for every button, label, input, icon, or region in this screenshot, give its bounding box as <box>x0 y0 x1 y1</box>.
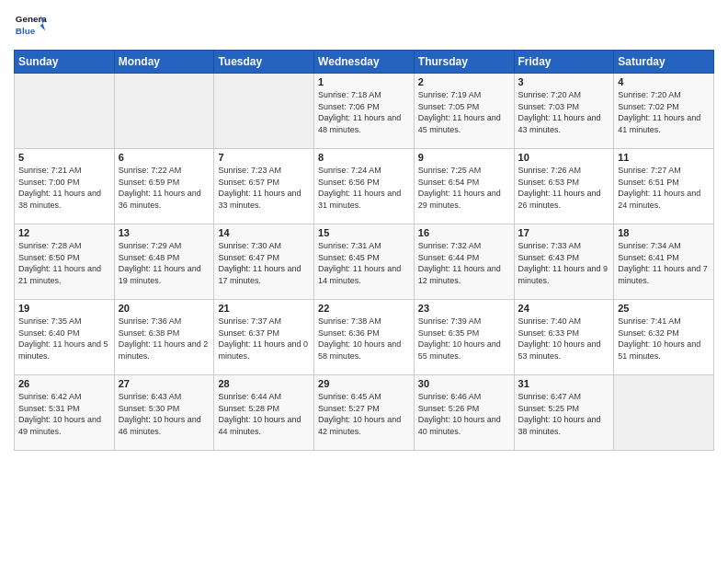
calendar-cell: 11Sunrise: 7:27 AM Sunset: 6:51 PM Dayli… <box>614 149 714 224</box>
calendar-cell: 4Sunrise: 7:20 AM Sunset: 7:02 PM Daylig… <box>614 74 714 149</box>
calendar-cell: 9Sunrise: 7:25 AM Sunset: 6:54 PM Daylig… <box>414 149 514 224</box>
day-number: 4 <box>618 76 710 87</box>
calendar-cell: 15Sunrise: 7:31 AM Sunset: 6:45 PM Dayli… <box>314 224 415 300</box>
day-number: 15 <box>318 227 410 238</box>
calendar-cell: 23Sunrise: 7:39 AM Sunset: 6:35 PM Dayli… <box>414 300 514 375</box>
cell-content: Sunrise: 7:38 AM Sunset: 6:36 PM Dayligh… <box>318 316 410 362</box>
day-number: 29 <box>318 378 410 389</box>
week-row-3: 12Sunrise: 7:28 AM Sunset: 6:50 PM Dayli… <box>15 224 714 300</box>
day-number: 13 <box>119 227 210 238</box>
day-number: 8 <box>318 152 410 163</box>
calendar-cell: 18Sunrise: 7:34 AM Sunset: 6:41 PM Dayli… <box>614 224 714 300</box>
cell-content: Sunrise: 7:20 AM Sunset: 7:02 PM Dayligh… <box>618 89 710 135</box>
svg-text:Blue: Blue <box>16 26 36 36</box>
calendar-cell <box>114 74 214 149</box>
calendar-cell: 31Sunrise: 6:47 AM Sunset: 5:25 PM Dayli… <box>514 375 614 451</box>
day-number: 22 <box>318 303 410 314</box>
cell-content: Sunrise: 6:47 AM Sunset: 5:25 PM Dayligh… <box>518 391 610 437</box>
cell-content: Sunrise: 7:41 AM Sunset: 6:32 PM Dayligh… <box>618 316 710 362</box>
calendar-cell: 22Sunrise: 7:38 AM Sunset: 6:36 PM Dayli… <box>314 300 415 375</box>
day-number: 19 <box>18 303 110 314</box>
cell-content: Sunrise: 7:36 AM Sunset: 6:38 PM Dayligh… <box>119 316 210 362</box>
cell-content: Sunrise: 7:26 AM Sunset: 6:53 PM Dayligh… <box>518 165 610 211</box>
calendar-cell: 21Sunrise: 7:37 AM Sunset: 6:37 PM Dayli… <box>214 300 314 375</box>
week-row-4: 19Sunrise: 7:35 AM Sunset: 6:40 PM Dayli… <box>15 300 714 375</box>
logo-icon: General Blue <box>14 9 47 42</box>
cell-content: Sunrise: 7:34 AM Sunset: 6:41 PM Dayligh… <box>618 240 710 286</box>
calendar-cell: 14Sunrise: 7:30 AM Sunset: 6:47 PM Dayli… <box>214 224 314 300</box>
cell-content: Sunrise: 6:42 AM Sunset: 5:31 PM Dayligh… <box>18 391 110 437</box>
calendar-cell: 25Sunrise: 7:41 AM Sunset: 6:32 PM Dayli… <box>614 300 714 375</box>
day-number: 11 <box>618 152 710 163</box>
calendar-cell: 2Sunrise: 7:19 AM Sunset: 7:05 PM Daylig… <box>414 74 514 149</box>
weekday-header-thursday: Thursday <box>414 51 514 74</box>
calendar-cell: 16Sunrise: 7:32 AM Sunset: 6:44 PM Dayli… <box>414 224 514 300</box>
calendar-cell: 6Sunrise: 7:22 AM Sunset: 6:59 PM Daylig… <box>114 149 214 224</box>
day-number: 31 <box>518 378 610 389</box>
weekday-header-friday: Friday <box>514 51 614 74</box>
calendar-cell: 30Sunrise: 6:46 AM Sunset: 5:26 PM Dayli… <box>414 375 514 451</box>
cell-content: Sunrise: 7:19 AM Sunset: 7:05 PM Dayligh… <box>418 89 510 135</box>
day-number: 5 <box>18 152 110 163</box>
cell-content: Sunrise: 7:37 AM Sunset: 6:37 PM Dayligh… <box>218 316 310 362</box>
day-number: 16 <box>418 227 510 238</box>
calendar-cell: 12Sunrise: 7:28 AM Sunset: 6:50 PM Dayli… <box>15 224 115 300</box>
day-number: 14 <box>218 227 310 238</box>
cell-content: Sunrise: 7:39 AM Sunset: 6:35 PM Dayligh… <box>418 316 510 362</box>
day-number: 24 <box>518 303 610 314</box>
calendar-cell: 5Sunrise: 7:21 AM Sunset: 7:00 PM Daylig… <box>15 149 115 224</box>
calendar-table: SundayMondayTuesdayWednesdayThursdayFrid… <box>14 50 714 451</box>
cell-content: Sunrise: 7:28 AM Sunset: 6:50 PM Dayligh… <box>18 240 110 286</box>
weekday-header-saturday: Saturday <box>614 51 714 74</box>
day-number: 12 <box>18 227 110 238</box>
calendar-cell: 8Sunrise: 7:24 AM Sunset: 6:56 PM Daylig… <box>314 149 415 224</box>
cell-content: Sunrise: 7:32 AM Sunset: 6:44 PM Dayligh… <box>418 240 510 286</box>
cell-content: Sunrise: 7:40 AM Sunset: 6:33 PM Dayligh… <box>518 316 610 362</box>
day-number: 27 <box>119 378 210 389</box>
calendar-cell: 10Sunrise: 7:26 AM Sunset: 6:53 PM Dayli… <box>514 149 614 224</box>
cell-content: Sunrise: 6:43 AM Sunset: 5:30 PM Dayligh… <box>119 391 210 437</box>
day-number: 17 <box>518 227 610 238</box>
week-row-1: 1Sunrise: 7:18 AM Sunset: 7:06 PM Daylig… <box>15 74 714 149</box>
week-row-2: 5Sunrise: 7:21 AM Sunset: 7:00 PM Daylig… <box>15 149 714 224</box>
calendar-cell: 20Sunrise: 7:36 AM Sunset: 6:38 PM Dayli… <box>114 300 214 375</box>
week-row-5: 26Sunrise: 6:42 AM Sunset: 5:31 PM Dayli… <box>15 375 714 451</box>
calendar-cell: 3Sunrise: 7:20 AM Sunset: 7:03 PM Daylig… <box>514 74 614 149</box>
weekday-header-wednesday: Wednesday <box>314 51 415 74</box>
cell-content: Sunrise: 7:21 AM Sunset: 7:00 PM Dayligh… <box>18 165 110 211</box>
calendar-cell <box>214 74 314 149</box>
calendar-cell: 28Sunrise: 6:44 AM Sunset: 5:28 PM Dayli… <box>214 375 314 451</box>
day-number: 7 <box>218 152 310 163</box>
day-number: 30 <box>418 378 510 389</box>
day-number: 25 <box>618 303 710 314</box>
logo: General Blue <box>14 9 47 42</box>
cell-content: Sunrise: 7:25 AM Sunset: 6:54 PM Dayligh… <box>418 165 510 211</box>
day-number: 2 <box>418 76 510 87</box>
weekday-header-row: SundayMondayTuesdayWednesdayThursdayFrid… <box>15 51 714 74</box>
day-number: 26 <box>18 378 110 389</box>
calendar-cell: 13Sunrise: 7:29 AM Sunset: 6:48 PM Dayli… <box>114 224 214 300</box>
cell-content: Sunrise: 7:29 AM Sunset: 6:48 PM Dayligh… <box>119 240 210 286</box>
cell-content: Sunrise: 6:45 AM Sunset: 5:27 PM Dayligh… <box>318 391 410 437</box>
day-number: 21 <box>218 303 310 314</box>
cell-content: Sunrise: 7:35 AM Sunset: 6:40 PM Dayligh… <box>18 316 110 362</box>
calendar-cell <box>15 74 115 149</box>
cell-content: Sunrise: 7:20 AM Sunset: 7:03 PM Dayligh… <box>518 89 610 135</box>
cell-content: Sunrise: 7:27 AM Sunset: 6:51 PM Dayligh… <box>618 165 710 211</box>
day-number: 1 <box>318 76 410 87</box>
calendar-cell: 1Sunrise: 7:18 AM Sunset: 7:06 PM Daylig… <box>314 74 415 149</box>
day-number: 20 <box>119 303 210 314</box>
page: General Blue SundayMondayTuesdayWednesda… <box>0 0 728 563</box>
day-number: 6 <box>119 152 210 163</box>
cell-content: Sunrise: 7:18 AM Sunset: 7:06 PM Dayligh… <box>318 89 410 135</box>
day-number: 9 <box>418 152 510 163</box>
cell-content: Sunrise: 6:44 AM Sunset: 5:28 PM Dayligh… <box>218 391 310 437</box>
calendar-cell: 17Sunrise: 7:33 AM Sunset: 6:43 PM Dayli… <box>514 224 614 300</box>
weekday-header-tuesday: Tuesday <box>214 51 314 74</box>
cell-content: Sunrise: 7:23 AM Sunset: 6:57 PM Dayligh… <box>218 165 310 211</box>
weekday-header-monday: Monday <box>114 51 214 74</box>
day-number: 18 <box>618 227 710 238</box>
day-number: 28 <box>218 378 310 389</box>
calendar-cell: 24Sunrise: 7:40 AM Sunset: 6:33 PM Dayli… <box>514 300 614 375</box>
cell-content: Sunrise: 7:31 AM Sunset: 6:45 PM Dayligh… <box>318 240 410 286</box>
